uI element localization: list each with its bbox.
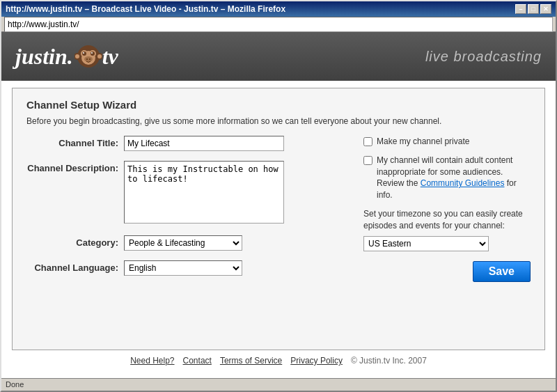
timezone-section: Set your timezone so you can easily crea… [363,208,531,251]
private-checkbox-row: Make my channel private [363,136,531,148]
form-container: Channel Setup Wizard Before you begin br… [12,88,545,350]
category-field: People & Lifecasting Gaming Sports Music… [124,235,350,251]
tagline: live broadcasting [425,49,542,65]
title-bar: http://www.justin.tv – Broadcast Live Vi… [1,1,556,17]
window-controls: – □ ✕ [515,4,551,14]
svg-point-5 [91,52,95,56]
timezone-description: Set your timezone so you can easily crea… [363,208,531,232]
footer-links: Need Help? Contact Terms of Service Priv… [22,356,535,366]
language-label: Channel Language: [26,260,124,273]
close-button[interactable]: ✕ [540,4,551,14]
channel-description-input[interactable]: This is my Instructable on how to lifeca… [124,161,284,224]
site-header: justin. [1,32,556,81]
channel-title-row: Channel Title: [26,136,350,151]
page-footer: Need Help? Contact Terms of Service Priv… [12,350,545,371]
adult-checkbox-label: My channel will contain adult content in… [377,155,531,201]
language-row: Channel Language: English Spanish French… [26,260,350,276]
page-body: Channel Setup Wizard Before you begin br… [1,81,556,378]
channel-title-input[interactable] [124,136,284,151]
svg-point-7 [91,52,93,54]
copyright: © Justin.tv Inc. 2007 [351,356,427,366]
svg-point-8 [84,56,93,62]
terms-link[interactable]: Terms of Service [220,356,282,366]
svg-point-14 [97,54,102,58]
contact-link[interactable]: Contact [183,356,212,366]
timezone-select[interactable]: US Eastern US Central US Mountain US Pac… [363,236,489,251]
channel-title-label: Channel Title: [26,136,124,148]
maximize-button[interactable]: □ [528,4,539,14]
svg-point-4 [82,52,86,56]
monkey-icon [74,42,102,70]
logo-text-tv: tv [102,44,118,70]
address-input[interactable] [4,17,553,32]
private-checkbox[interactable] [363,137,372,146]
form-layout: Channel Title: Channel Description: This… [26,136,531,285]
logo: justin. [15,42,118,70]
save-button[interactable]: Save [473,261,531,282]
adult-checkbox[interactable] [363,156,372,165]
category-label: Category: [26,235,124,248]
category-row: Category: People & Lifecasting Gaming Sp… [26,235,350,251]
browser-window: http://www.justin.tv – Broadcast Live Vi… [0,0,557,392]
window-title: http://www.justin.tv – Broadcast Live Vi… [6,4,515,14]
channel-description-label: Channel Description: [26,161,124,173]
channel-description-row: Channel Description: This is my Instruct… [26,161,350,226]
svg-point-9 [86,58,88,60]
need-help-link[interactable]: Need Help? [130,356,174,366]
svg-point-10 [89,58,91,60]
channel-title-field [124,136,350,151]
language-select[interactable]: English Spanish French German Japanese [124,260,242,276]
form-right: Make my channel private My channel will … [363,136,531,285]
category-select[interactable]: People & Lifecasting Gaming Sports Music… [124,235,242,251]
form-title: Channel Setup Wizard [26,99,531,111]
svg-point-12 [75,54,79,58]
language-field: English Spanish French German Japanese [124,260,350,276]
main-content: justin. [1,32,556,378]
status-bar: Done [1,378,556,391]
channel-description-field: This is my Instructable on how to lifeca… [124,161,350,226]
private-checkbox-label: Make my channel private [377,136,469,148]
status-text: Done [6,380,24,389]
address-bar [1,17,556,32]
svg-point-6 [83,52,84,54]
save-row: Save [363,261,531,282]
adult-checkbox-row: My channel will contain adult content in… [363,155,531,201]
form-left: Channel Title: Channel Description: This… [26,136,350,285]
timezone-desc-text: Set your timezone so you can easily crea… [363,209,523,230]
community-guidelines-link[interactable]: Community Guidelines [421,178,505,188]
logo-text: justin. [15,44,73,70]
minimize-button[interactable]: – [515,4,526,14]
privacy-link[interactable]: Privacy Policy [290,356,343,366]
form-intro: Before you begin broadcasting, give us s… [26,116,531,126]
